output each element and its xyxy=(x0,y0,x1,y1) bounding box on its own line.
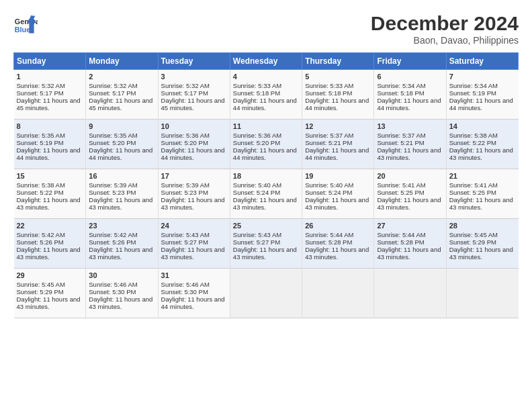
calendar-cell: 4Sunrise: 5:33 AMSunset: 5:18 PMDaylight… xyxy=(230,70,302,120)
daylight: Daylight: 11 hours and 43 minutes. xyxy=(89,246,152,261)
sunrise: Sunrise: 5:38 AM xyxy=(17,181,65,189)
sunrise: Sunrise: 5:37 AM xyxy=(377,132,425,139)
day-number: 13 xyxy=(377,122,443,130)
daylight: Daylight: 11 hours and 43 minutes. xyxy=(305,246,369,261)
daylight: Daylight: 11 hours and 44 minutes. xyxy=(449,97,513,111)
logo-icon: General Blue xyxy=(13,12,38,36)
calendar-cell xyxy=(302,269,374,318)
daylight: Daylight: 11 hours and 44 minutes. xyxy=(377,97,441,111)
sunset: Sunset: 5:20 PM xyxy=(233,139,280,146)
sunrise: Sunrise: 5:43 AM xyxy=(161,231,210,238)
sunrise: Sunrise: 5:40 AM xyxy=(233,181,281,189)
calendar-cell: 26Sunrise: 5:44 AMSunset: 5:28 PMDayligh… xyxy=(302,219,374,269)
daylight: Daylight: 11 hours and 45 minutes. xyxy=(17,97,81,111)
sunrise: Sunrise: 5:33 AM xyxy=(233,82,281,89)
sunset: Sunset: 5:30 PM xyxy=(161,288,208,295)
sunset: Sunset: 5:26 PM xyxy=(17,238,64,246)
sunrise: Sunrise: 5:39 AM xyxy=(89,181,137,189)
sunrise: Sunrise: 5:42 AM xyxy=(17,231,65,238)
calendar-cell: 17Sunrise: 5:39 AMSunset: 5:23 PMDayligh… xyxy=(158,169,230,219)
calendar-cell: 27Sunrise: 5:44 AMSunset: 5:28 PMDayligh… xyxy=(374,219,446,269)
calendar-cell: 9Sunrise: 5:35 AMSunset: 5:20 PMDaylight… xyxy=(86,120,158,169)
calendar-cell: 23Sunrise: 5:42 AMSunset: 5:26 PMDayligh… xyxy=(86,219,158,269)
header: General Blue December 2024 Baon, Davao, … xyxy=(13,12,519,46)
daylight: Daylight: 11 hours and 43 minutes. xyxy=(17,196,81,211)
sunrise: Sunrise: 5:44 AM xyxy=(377,231,425,238)
calendar-cell: 30Sunrise: 5:46 AMSunset: 5:30 PMDayligh… xyxy=(86,269,158,318)
sunrise: Sunrise: 5:34 AM xyxy=(377,82,425,89)
day-header-saturday: Saturday xyxy=(446,53,518,70)
calendar-cell: 5Sunrise: 5:33 AMSunset: 5:18 PMDaylight… xyxy=(302,70,374,120)
calendar-cell: 12Sunrise: 5:37 AMSunset: 5:21 PMDayligh… xyxy=(302,120,374,169)
sunset: Sunset: 5:28 PM xyxy=(305,238,352,246)
calendar-cell: 8Sunrise: 5:35 AMSunset: 5:19 PMDaylight… xyxy=(14,120,86,169)
sunset: Sunset: 5:20 PM xyxy=(161,139,208,146)
sunrise: Sunrise: 5:33 AM xyxy=(305,82,353,89)
sunset: Sunset: 5:25 PM xyxy=(449,189,496,196)
calendar-cell: 13Sunrise: 5:37 AMSunset: 5:21 PMDayligh… xyxy=(374,120,446,169)
week-row-5: 29Sunrise: 5:45 AMSunset: 5:29 PMDayligh… xyxy=(14,269,519,318)
day-number: 26 xyxy=(305,222,371,230)
sunrise: Sunrise: 5:43 AM xyxy=(233,231,281,238)
sunrise: Sunrise: 5:36 AM xyxy=(233,132,281,139)
daylight: Daylight: 11 hours and 44 minutes. xyxy=(233,97,297,111)
calendar-cell: 18Sunrise: 5:40 AMSunset: 5:24 PMDayligh… xyxy=(230,169,302,219)
sunset: Sunset: 5:24 PM xyxy=(305,189,352,196)
calendar-cell: 28Sunrise: 5:45 AMSunset: 5:29 PMDayligh… xyxy=(446,219,518,269)
sunrise: Sunrise: 5:45 AM xyxy=(17,281,65,288)
calendar-cell: 14Sunrise: 5:38 AMSunset: 5:22 PMDayligh… xyxy=(446,120,518,169)
day-number: 18 xyxy=(233,172,299,180)
daylight: Daylight: 11 hours and 43 minutes. xyxy=(449,146,513,161)
month-title: December 2024 xyxy=(371,12,519,35)
svg-text:Blue: Blue xyxy=(15,26,30,34)
day-header-sunday: Sunday xyxy=(14,53,86,70)
calendar-cell: 19Sunrise: 5:40 AMSunset: 5:24 PMDayligh… xyxy=(302,169,374,219)
daylight: Daylight: 11 hours and 45 minutes. xyxy=(89,97,152,111)
sunset: Sunset: 5:23 PM xyxy=(161,189,208,196)
sunset: Sunset: 5:26 PM xyxy=(89,238,136,246)
day-number: 9 xyxy=(89,122,154,130)
sunrise: Sunrise: 5:42 AM xyxy=(89,231,137,238)
day-number: 3 xyxy=(161,73,227,81)
day-header-wednesday: Wednesday xyxy=(230,53,302,70)
sunset: Sunset: 5:19 PM xyxy=(17,139,64,146)
sunset: Sunset: 5:30 PM xyxy=(89,288,136,295)
sunset: Sunset: 5:25 PM xyxy=(377,189,424,196)
daylight: Daylight: 11 hours and 43 minutes. xyxy=(305,196,369,211)
daylight: Daylight: 11 hours and 44 minutes. xyxy=(89,146,152,161)
sunrise: Sunrise: 5:41 AM xyxy=(449,181,498,189)
sunrise: Sunrise: 5:39 AM xyxy=(161,181,210,189)
sunrise: Sunrise: 5:35 AM xyxy=(89,132,137,139)
calendar-cell: 11Sunrise: 5:36 AMSunset: 5:20 PMDayligh… xyxy=(230,120,302,169)
sunset: Sunset: 5:17 PM xyxy=(17,89,64,97)
calendar-cell: 7Sunrise: 5:34 AMSunset: 5:19 PMDaylight… xyxy=(446,70,518,120)
daylight: Daylight: 11 hours and 44 minutes. xyxy=(305,146,369,161)
day-number: 31 xyxy=(161,271,227,279)
day-header-monday: Monday xyxy=(86,53,158,70)
daylight: Daylight: 11 hours and 44 minutes. xyxy=(161,295,225,310)
sunrise: Sunrise: 5:41 AM xyxy=(377,181,425,189)
day-number: 2 xyxy=(89,73,154,81)
day-number: 17 xyxy=(161,172,227,180)
calendar-cell xyxy=(446,269,518,318)
day-number: 19 xyxy=(305,172,371,180)
calendar-cell: 6Sunrise: 5:34 AMSunset: 5:18 PMDaylight… xyxy=(374,70,446,120)
day-number: 14 xyxy=(449,122,516,130)
day-number: 6 xyxy=(377,73,443,81)
sunrise: Sunrise: 5:40 AM xyxy=(305,181,353,189)
sunrise: Sunrise: 5:38 AM xyxy=(449,132,498,139)
calendar-cell: 15Sunrise: 5:38 AMSunset: 5:22 PMDayligh… xyxy=(14,169,86,219)
daylight: Daylight: 11 hours and 43 minutes. xyxy=(17,246,81,261)
location: Baon, Davao, Philippines xyxy=(371,35,519,46)
day-number: 22 xyxy=(17,222,83,230)
calendar-cell: 16Sunrise: 5:39 AMSunset: 5:23 PMDayligh… xyxy=(86,169,158,219)
daylight: Daylight: 11 hours and 44 minutes. xyxy=(17,146,81,161)
daylight: Daylight: 11 hours and 43 minutes. xyxy=(161,196,225,211)
daylight: Daylight: 11 hours and 44 minutes. xyxy=(161,146,225,161)
week-row-4: 22Sunrise: 5:42 AMSunset: 5:26 PMDayligh… xyxy=(14,219,519,269)
day-number: 10 xyxy=(161,122,227,130)
sunrise: Sunrise: 5:46 AM xyxy=(161,281,210,288)
sunset: Sunset: 5:17 PM xyxy=(161,89,208,97)
sunset: Sunset: 5:19 PM xyxy=(449,89,496,97)
day-number: 1 xyxy=(17,73,83,81)
